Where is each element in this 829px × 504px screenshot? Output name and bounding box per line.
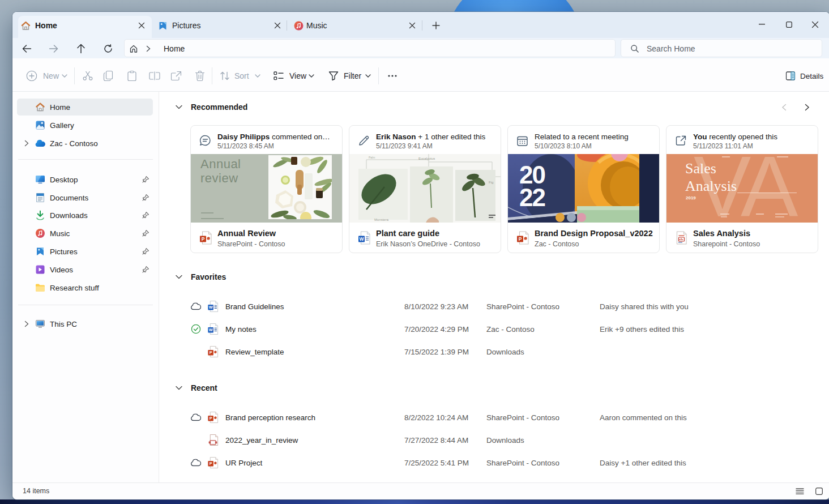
svg-text:Eucalyptus: Eucalyptus (418, 157, 435, 160)
svg-text:W: W (209, 305, 213, 310)
svg-text:P: P (210, 416, 212, 421)
svg-text:22: 22 (519, 183, 545, 211)
svg-text:Fig: Fig (489, 181, 493, 184)
svg-text:P: P (519, 236, 522, 242)
svg-text:W: W (359, 236, 364, 242)
svg-text:Palm: Palm (369, 156, 375, 159)
svg-text:Monstera: Monstera (374, 218, 389, 221)
svg-text:P: P (210, 461, 212, 466)
svg-text:P: P (210, 350, 212, 355)
svg-text:P: P (202, 236, 205, 242)
svg-text:W: W (209, 327, 213, 332)
